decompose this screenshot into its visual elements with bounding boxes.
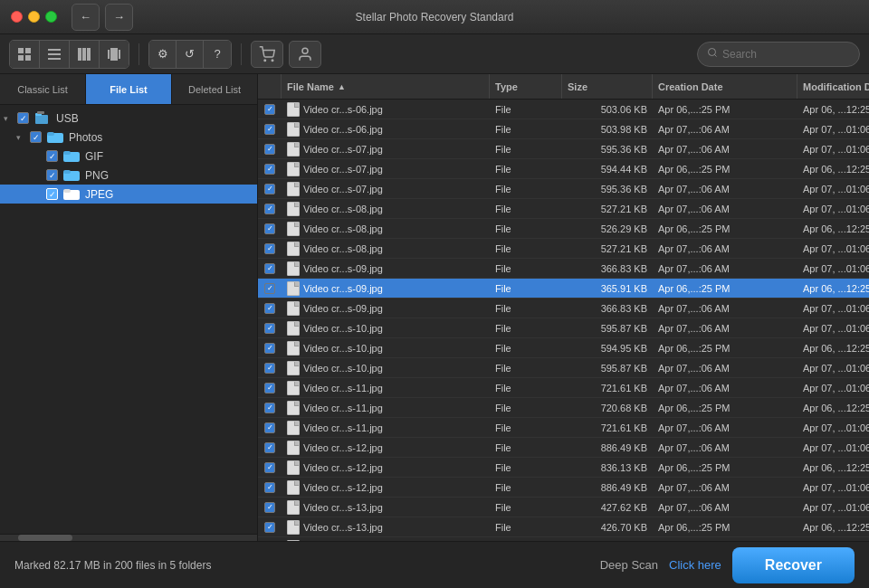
col-header-size[interactable]: Size <box>562 74 653 99</box>
row-checkbox[interactable] <box>264 403 275 413</box>
row-checkbox[interactable] <box>264 482 275 493</box>
forward-button[interactable]: → <box>105 4 133 31</box>
row-checkbox[interactable] <box>264 323 275 334</box>
row-checkbox[interactable] <box>264 522 275 533</box>
row-checkbox[interactable] <box>264 502 275 513</box>
row-checkbox-cell[interactable] <box>258 179 282 198</box>
refresh-button[interactable]: ↺ <box>177 41 204 68</box>
tab-deleted-list[interactable]: Deleted List <box>172 74 257 104</box>
row-checkbox[interactable] <box>264 223 275 234</box>
table-row[interactable]: Video cr...s-13.jpg File 427.62 KB Apr 0… <box>258 498 869 517</box>
row-checkbox-cell[interactable] <box>258 279 282 298</box>
table-row[interactable]: Video cr...s-11.jpg File 721.61 KB Apr 0… <box>258 378 869 398</box>
sidebar-item-jpeg[interactable]: ▶ JPEG <box>0 185 257 204</box>
table-row[interactable]: Video cr...s-06.jpg File 503.98 KB Apr 0… <box>258 119 869 139</box>
row-checkbox-cell[interactable] <box>258 398 282 417</box>
tab-classic-list[interactable]: Classic List <box>0 74 86 104</box>
row-checkbox[interactable] <box>264 303 275 314</box>
row-checkbox-cell[interactable] <box>258 498 282 517</box>
sidebar-item-usb[interactable]: ▾ USB <box>0 109 257 128</box>
table-row[interactable]: Video cr...s-12.jpg File 886.49 KB Apr 0… <box>258 478 869 498</box>
sidebar-scrollbar[interactable] <box>0 534 257 541</box>
row-checkbox[interactable] <box>264 263 275 274</box>
table-row[interactable]: Video cr...s-07.jpg File 595.36 KB Apr 0… <box>258 139 869 159</box>
row-checkbox[interactable] <box>264 144 275 155</box>
row-checkbox[interactable] <box>264 164 275 175</box>
table-row[interactable]: Video cr...s-12.jpg File 836.13 KB Apr 0… <box>258 458 869 478</box>
row-checkbox-cell[interactable] <box>258 318 282 337</box>
row-checkbox-cell[interactable] <box>258 259 282 278</box>
row-checkbox-cell[interactable] <box>258 219 282 238</box>
search-input[interactable] <box>722 48 850 61</box>
row-checkbox[interactable] <box>264 363 275 374</box>
settings-button[interactable]: ⚙ <box>149 41 177 68</box>
recover-button[interactable]: Recover <box>732 547 855 583</box>
row-checkbox-cell[interactable] <box>258 239 282 258</box>
table-row[interactable]: Video cr...s-10.jpg File 595.87 KB Apr 0… <box>258 358 869 378</box>
filmstrip-view-button[interactable] <box>100 41 129 68</box>
col-header-type[interactable]: Type <box>490 74 562 99</box>
sidebar-item-png[interactable]: ▶ PNG <box>0 166 257 185</box>
tab-file-list[interactable]: File List <box>86 74 172 104</box>
table-row[interactable]: Video cr...s-07.jpg File 594.44 KB Apr 0… <box>258 159 869 179</box>
row-checkbox[interactable] <box>264 184 275 194</box>
row-checkbox[interactable] <box>264 343 275 354</box>
row-checkbox[interactable] <box>264 204 275 214</box>
col-header-creation[interactable]: Creation Date <box>653 74 797 99</box>
row-checkbox[interactable] <box>264 124 275 135</box>
account-button[interactable] <box>289 41 321 68</box>
table-row[interactable]: Video cr...s-09.jpg File 366.83 KB Apr 0… <box>258 299 869 318</box>
row-checkbox-cell[interactable] <box>258 378 282 397</box>
usb-checkbox[interactable] <box>17 112 29 124</box>
row-checkbox-cell[interactable] <box>258 458 282 477</box>
back-button[interactable]: ← <box>72 4 100 31</box>
table-row[interactable]: Video cr...s-06.jpg File 503.06 KB Apr 0… <box>258 100 869 119</box>
table-row[interactable]: Video cr...s-09.jpg File 366.83 KB Apr 0… <box>258 259 869 279</box>
row-checkbox-cell[interactable] <box>258 418 282 437</box>
col-header-name[interactable]: File Name ▲ <box>282 74 490 99</box>
row-checkbox[interactable] <box>264 243 275 254</box>
minimize-button[interactable] <box>28 11 40 23</box>
png-checkbox[interactable] <box>46 169 58 181</box>
jpeg-checkbox[interactable] <box>46 188 58 200</box>
table-row[interactable]: Video cr...s-08.jpg File 527.21 KB Apr 0… <box>258 199 869 219</box>
cart-button[interactable] <box>251 41 283 68</box>
table-row[interactable]: Video cr...s-07.jpg File 595.36 KB Apr 0… <box>258 179 869 199</box>
row-checkbox-cell[interactable] <box>258 139 282 158</box>
sidebar-item-gif[interactable]: ▶ GIF <box>0 147 257 166</box>
table-row[interactable]: Video cr...s-08.jpg File 527.21 KB Apr 0… <box>258 239 869 259</box>
maximize-button[interactable] <box>45 11 57 23</box>
table-row[interactable]: Video cr...s-11.jpg File 720.68 KB Apr 0… <box>258 398 869 418</box>
row-checkbox-cell[interactable] <box>258 199 282 218</box>
grid-view-button[interactable] <box>10 41 40 68</box>
row-checkbox[interactable] <box>264 422 275 433</box>
row-checkbox-cell[interactable] <box>258 100 282 119</box>
row-checkbox[interactable] <box>264 383 275 394</box>
gif-checkbox[interactable] <box>46 150 58 162</box>
list-view-button[interactable] <box>40 41 70 68</box>
row-checkbox-cell[interactable] <box>258 517 282 536</box>
col-header-modification[interactable]: Modification Date <box>797 74 869 99</box>
table-row[interactable]: Video cr...s-08.jpg File 526.29 KB Apr 0… <box>258 219 869 239</box>
row-checkbox-cell[interactable] <box>258 358 282 377</box>
row-checkbox[interactable] <box>264 104 275 115</box>
table-row[interactable]: Video cr...s-10.jpg File 594.95 KB Apr 0… <box>258 338 869 358</box>
table-row[interactable]: Video cr...s-13.jpg File 426.70 KB Apr 0… <box>258 517 869 537</box>
search-box[interactable] <box>697 42 860 67</box>
row-checkbox-cell[interactable] <box>258 338 282 357</box>
row-checkbox-cell[interactable] <box>258 119 282 138</box>
row-checkbox[interactable] <box>264 283 275 294</box>
photos-checkbox[interactable] <box>30 131 42 143</box>
row-checkbox-cell[interactable] <box>258 438 282 457</box>
row-checkbox-cell[interactable] <box>258 159 282 178</box>
row-checkbox[interactable] <box>264 462 275 473</box>
close-button[interactable] <box>11 11 23 23</box>
table-row[interactable]: Video cr...s-09.jpg File 365.91 KB Apr 0… <box>258 279 869 299</box>
help-button[interactable]: ? <box>204 41 231 68</box>
click-here-link[interactable]: Click here <box>669 558 721 572</box>
table-row[interactable]: Video cr...s-12.jpg File 886.49 KB Apr 0… <box>258 438 869 458</box>
table-row[interactable]: Video cr...s-10.jpg File 595.87 KB Apr 0… <box>258 318 869 338</box>
row-checkbox-cell[interactable] <box>258 478 282 497</box>
sidebar-item-photos[interactable]: ▾ Photos <box>0 128 257 147</box>
table-row[interactable]: Video cr...s-11.jpg File 721.61 KB Apr 0… <box>258 418 869 438</box>
